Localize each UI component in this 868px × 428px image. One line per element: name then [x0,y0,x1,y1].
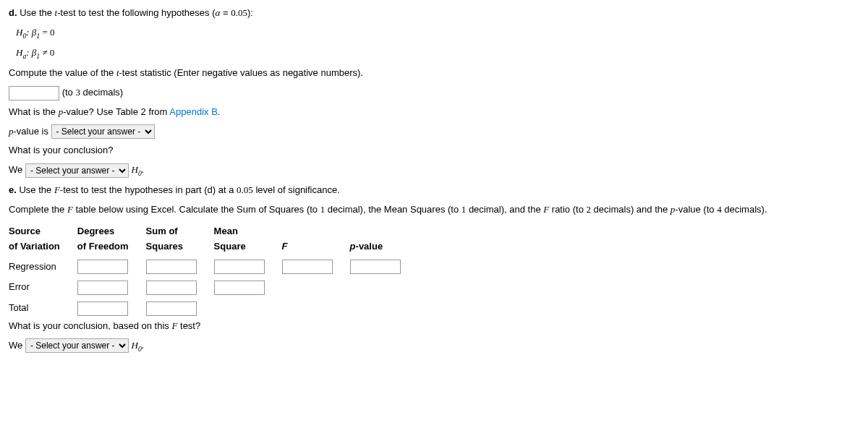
compute-instruction: Compute the value of the t-test statisti… [9,66,859,81]
table-header-row: Sourceof Variation Degreesof Freedom Sum… [9,222,418,257]
reg-f-input[interactable] [282,260,333,274]
conclusion-select-d[interactable]: - Select your answer - [25,163,129,178]
appendix-link[interactable]: Appendix B [169,106,218,117]
header-f: F [282,222,350,257]
row-label-error: Error [9,277,77,298]
table-row-error: Error [9,277,418,298]
part-e-complete: Complete the F table below using Excel. … [9,202,859,218]
row-label-regression: Regression [9,257,77,278]
part-e-intro: e. Use the F-test to test the hypotheses… [9,183,859,198]
hypothesis-alternative: Ha: β1 ≠ 0 [16,46,859,61]
hypothesis-null: H0: β1 = 0 [16,25,859,41]
tot-ss-input[interactable] [146,301,197,316]
err-df-input[interactable] [77,281,128,295]
pvalue-select[interactable]: - Select your answer - [51,124,155,139]
pvalue-row: p-value is - Select your answer - [9,124,859,140]
conclusion-row-e: We - Select your answer - H0. [9,338,859,354]
reg-ms-input[interactable] [214,260,265,274]
part-d-intro: d. Use the t-test to test the following … [9,6,859,21]
reg-df-input[interactable] [77,260,128,274]
conclusion-row-d: We - Select your answer - H0. [9,163,859,179]
conclusion-select-e[interactable]: - Select your answer - [25,338,129,353]
header-meansq: MeanSquare [214,222,282,257]
table-row-total: Total [9,298,418,319]
conclusion-question-d: What is your conclusion? [9,143,859,158]
table-row-regression: Regression [9,257,418,278]
header-sumsq: Sum ofSquares [146,222,214,257]
reg-ss-input[interactable] [146,260,197,274]
part-e-label: e. [9,184,17,195]
header-source: Sourceof Variation [9,222,77,257]
err-ss-input[interactable] [146,281,197,295]
t-stat-row: (to 3 decimals) [9,85,859,100]
reg-pvalue-input[interactable] [350,260,401,274]
anova-table: Sourceof Variation Degreesof Freedom Sum… [9,222,418,319]
t-statistic-input[interactable] [9,86,59,100]
tot-df-input[interactable] [77,301,128,316]
pvalue-question: What is the p-value? Use Table 2 from Ap… [9,105,859,120]
part-d-label: d. [9,7,17,18]
row-label-total: Total [9,298,77,319]
err-ms-input[interactable] [214,281,265,295]
header-degrees: Degreesof Freedom [77,222,146,257]
conclusion-question-e: What is your conclusion, based on this F… [9,319,859,334]
header-pvalue: p-value [350,222,418,257]
